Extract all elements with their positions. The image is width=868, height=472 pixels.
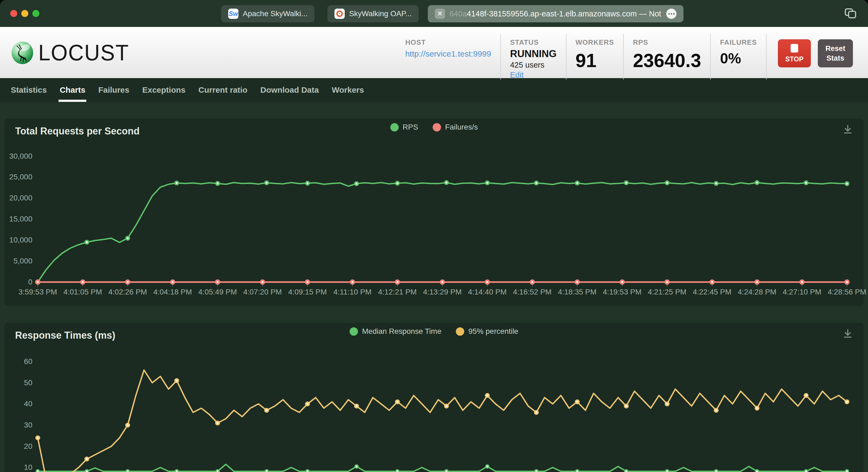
brand-name: LOCUST	[38, 40, 129, 66]
rps-block: RPS 23640.3	[623, 34, 710, 79]
skywalking-favicon-icon: Sw	[228, 9, 239, 19]
brand: LOCUST	[11, 40, 129, 65]
failures-value: 0%	[720, 50, 757, 67]
close-window-button[interactable]	[10, 10, 17, 17]
tab-options-icon[interactable]	[666, 9, 677, 19]
chart-panel-response-times: Response Times (ms) Median Response Time…	[4, 323, 864, 472]
nav-tab-charts[interactable]: Charts	[60, 78, 85, 102]
nav-tab-exceptions[interactable]: Exceptions	[142, 78, 185, 102]
rps-value: 23640.3	[633, 50, 701, 71]
rps-chart-plot[interactable]	[4, 119, 864, 306]
browser-tab-label: Apache SkyWalki...	[243, 9, 308, 18]
nav-tab-download-data[interactable]: Download Data	[260, 78, 319, 102]
browser-tab-skywalking-oap[interactable]: SkyWalking OAP...	[328, 5, 418, 22]
workers-label: WORKERS	[576, 38, 614, 46]
stop-button[interactable]: STOP	[778, 39, 811, 67]
nav-tab-statistics[interactable]: Statistics	[11, 78, 46, 102]
workers-value: 91	[576, 50, 614, 71]
minimize-window-button[interactable]	[21, 10, 28, 17]
status-label: STATUS	[510, 38, 557, 46]
host-link[interactable]: http://service1.test:9999	[405, 49, 491, 59]
browser-window: Sw Apache SkyWalki... SkyWalking OAP... …	[0, 0, 868, 472]
close-tab-icon[interactable]: ✕	[435, 9, 445, 19]
failures-label: FAILURES	[720, 38, 757, 46]
chart-panel-total-rps: Total Requests per Second RPSFailures/s …	[4, 119, 864, 306]
workers-block: WORKERS 91	[566, 34, 623, 79]
user-count: 425 users	[510, 61, 557, 69]
nav-tab-workers[interactable]: Workers	[332, 78, 364, 102]
browser-tab-label: SkyWalking OAP...	[349, 9, 412, 18]
host-block: HOST http://service1.test:9999	[396, 34, 500, 79]
reset-stats-button[interactable]: Reset Stats	[818, 39, 853, 67]
locust-logo	[11, 41, 34, 64]
skywalking-oap-favicon-icon	[335, 9, 345, 19]
host-label: HOST	[405, 38, 491, 46]
tab-url: 640a4148f-381559556.ap-east-1.elb.amazon…	[450, 9, 662, 18]
nav-tab-current-ratio[interactable]: Current ratio	[198, 78, 248, 102]
main-nav: StatisticsChartsFailuresExceptionsCurren…	[0, 78, 868, 102]
zoom-window-button[interactable]	[32, 10, 39, 17]
tab-overview-icon[interactable]	[845, 8, 857, 19]
rps-label: RPS	[633, 38, 701, 46]
browser-tabs: Sw Apache SkyWalki... SkyWalking OAP... …	[221, 5, 683, 22]
browser-titlebar: Sw Apache SkyWalki... SkyWalking OAP... …	[0, 0, 868, 27]
browser-tab-active[interactable]: ✕ 640a4148f-381559556.ap-east-1.elb.amaz…	[428, 5, 683, 22]
stop-icon	[790, 44, 798, 53]
app-header: LOCUST HOST http://service1.test:9999 ST…	[0, 27, 868, 78]
nav-tab-failures[interactable]: Failures	[98, 78, 129, 102]
browser-tab-apache-skywalking[interactable]: Sw Apache SkyWalki...	[221, 5, 314, 22]
tab-url-dim-prefix: 640a	[450, 9, 467, 18]
edit-link[interactable]: Edit	[510, 71, 557, 79]
response-times-chart-plot[interactable]	[4, 323, 864, 472]
status-block: STATUS RUNNING 425 users Edit	[500, 34, 566, 79]
header-stats: HOST http://service1.test:9999 STATUS RU…	[396, 34, 853, 79]
status-value: RUNNING	[510, 48, 557, 60]
window-controls	[10, 10, 39, 17]
failures-block: FAILURES 0%	[710, 34, 767, 79]
